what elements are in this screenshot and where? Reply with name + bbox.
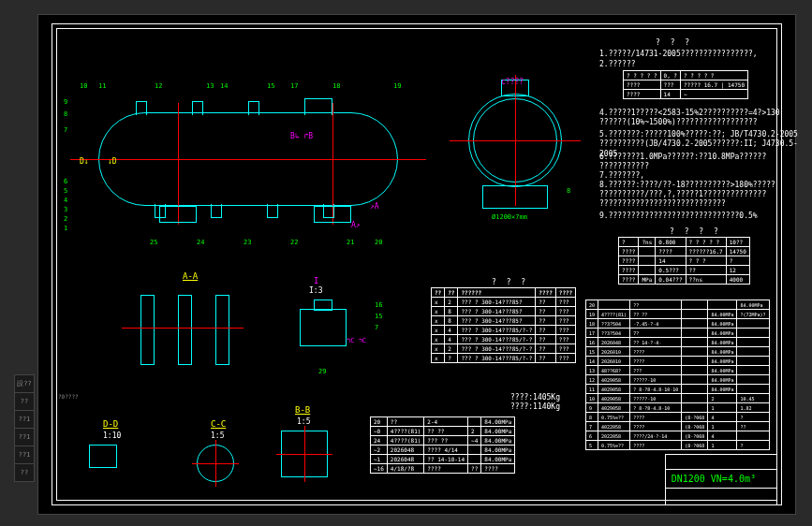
balloon-4: 4 bbox=[64, 197, 67, 204]
balloon-6: 6 bbox=[64, 178, 67, 185]
corner-label: ?0???? bbox=[58, 393, 79, 401]
dd-body bbox=[89, 445, 117, 468]
balloon-15: 15 bbox=[267, 82, 274, 90]
weight-1: ????:1405Kg bbox=[510, 393, 560, 402]
tab-5[interactable]: ??1 bbox=[14, 446, 35, 464]
section-c-mark: ↰C ↰C bbox=[347, 337, 366, 346]
nozzle-bottom-3 bbox=[267, 204, 278, 218]
balloon-12: 12 bbox=[155, 82, 162, 90]
nozzle-schedule-table: ?? ?? ?????? ???? ???? x2??? ? 300-14???… bbox=[431, 287, 576, 363]
note-line-5: ??????(10%~1500%)?????????????????? bbox=[599, 117, 758, 127]
section-bb-caption: B-B bbox=[295, 405, 310, 415]
note-line-9: 9.?????????????????????????????0.5% bbox=[599, 211, 758, 221]
balloon-11: 11 bbox=[98, 82, 106, 90]
saddle-support-2 bbox=[314, 206, 351, 223]
parts-list-table: 20??84.00MPa 194????(81)?? ??84.00MPa?(7… bbox=[585, 300, 770, 450]
section-a-mark2: A↗ bbox=[351, 220, 361, 230]
nozzle-top-3 bbox=[248, 101, 259, 115]
balloon-29: 29 bbox=[318, 368, 326, 375]
balloon-22: 22 bbox=[290, 239, 298, 246]
nozzle-top-1 bbox=[136, 101, 147, 115]
note-line-8c: ???????????????????????????? bbox=[599, 198, 726, 209]
section-i-caption: I bbox=[314, 276, 318, 285]
detail-aa bbox=[122, 290, 262, 374]
balloon-3: 3 bbox=[64, 206, 67, 213]
aa-part2 bbox=[178, 295, 192, 365]
balloon-18: 18 bbox=[332, 82, 340, 90]
tab-6[interactable]: ?? bbox=[14, 463, 35, 482]
balloon-5: 5 bbox=[64, 187, 67, 195]
section-b-mark: B↳ ↱B bbox=[290, 131, 313, 141]
section-dd-scale: 1:10 bbox=[103, 431, 121, 441]
balloon-10: 10 bbox=[80, 82, 87, 90]
tech-spec-table: ? ?ns 0.800 ? ? ? ? ? 10?? ???? ???? ???… bbox=[618, 237, 750, 285]
tech-spec-header: ? ? ? ? bbox=[670, 226, 721, 237]
detail-i bbox=[281, 300, 365, 365]
end-saddle bbox=[482, 185, 548, 209]
i-body bbox=[300, 309, 347, 346]
balloon-13: 13 bbox=[206, 82, 214, 90]
centerline-horizontal bbox=[70, 159, 426, 160]
section-i-scale: I:3 bbox=[309, 285, 322, 296]
tab-2[interactable]: ?? bbox=[14, 392, 35, 411]
weight-2: ????:1140Kg bbox=[510, 402, 560, 411]
balloon-20: 20 bbox=[375, 239, 382, 246]
end-view-label: c???? bbox=[501, 77, 524, 87]
balloon-16: 16 bbox=[375, 301, 382, 309]
balloon-17: 17 bbox=[290, 82, 298, 90]
balloon-2: 2 bbox=[64, 215, 67, 223]
bb-centerline-v bbox=[304, 426, 305, 482]
layout-tabs: 設?? ?? ??1 ??1 ??1 ?? bbox=[14, 374, 35, 481]
note-line-1: 1.?????/14731-2005????????????????, bbox=[599, 49, 758, 59]
drawing-title: DN1200 VN=4.0m³ bbox=[672, 474, 756, 484]
balloon-9: 9 bbox=[64, 98, 67, 106]
balloon-15b: 15 bbox=[375, 313, 382, 320]
cc-centerline-v bbox=[215, 440, 216, 487]
tab-3[interactable]: ??1 bbox=[14, 410, 35, 429]
saddle-support-1 bbox=[159, 206, 197, 223]
spec1-hdr: ? ? ? ? ? bbox=[624, 71, 661, 80]
aa-part1 bbox=[140, 295, 155, 365]
section-cc-caption: C-C bbox=[211, 419, 226, 429]
section-dd-caption: D-D bbox=[103, 419, 118, 429]
section-a-mark: ↗A bbox=[370, 201, 379, 212]
balloon-7b: 7 bbox=[375, 324, 378, 331]
tb-div2 bbox=[666, 488, 776, 489]
notes-header: ? ? ? bbox=[656, 37, 692, 48]
note-line-2: 2.?????? bbox=[599, 59, 636, 69]
balloon-24: 24 bbox=[197, 239, 204, 246]
balloon-1: 1 bbox=[64, 225, 67, 232]
balloon-7: 7 bbox=[64, 126, 67, 134]
tab-4[interactable]: ??1 bbox=[14, 428, 35, 446]
aa-centerline bbox=[122, 328, 244, 329]
balloon-8: 8 bbox=[64, 110, 67, 118]
balloon-14: 14 bbox=[220, 82, 228, 90]
end-diameter-dim: Ø1200×7mm bbox=[492, 213, 527, 221]
i-top bbox=[314, 300, 332, 311]
aa-part3 bbox=[215, 295, 229, 365]
section-d-mark2: ↓D bbox=[108, 156, 117, 167]
small-spec-table-1: ? ? ? ? ?0, ?? ? ? ? ? ???????????? 16.7… bbox=[623, 70, 748, 99]
section-cc-scale: 1:5 bbox=[211, 431, 224, 441]
section-d-mark: D↓ bbox=[80, 156, 89, 167]
balloon-19: 19 bbox=[393, 82, 401, 90]
nozzle-top-2 bbox=[192, 101, 203, 115]
balloon-21: 21 bbox=[347, 239, 354, 246]
section-aa-caption: A-A bbox=[183, 271, 198, 281]
tab-1[interactable]: 設?? bbox=[14, 374, 35, 393]
bom-table-left: 20??2-484.00MPa ~04????(81)?? ??284.00MP… bbox=[370, 416, 515, 474]
nozzle-table-header: ? ? ? bbox=[492, 277, 528, 287]
manway-top bbox=[304, 98, 332, 115]
balloon-end-8: 8 bbox=[567, 187, 570, 195]
nozzle-bottom-2 bbox=[211, 204, 222, 218]
balloon-25: 25 bbox=[150, 239, 157, 246]
balloon-23: 23 bbox=[244, 239, 251, 246]
tb-div1 bbox=[666, 469, 776, 470]
